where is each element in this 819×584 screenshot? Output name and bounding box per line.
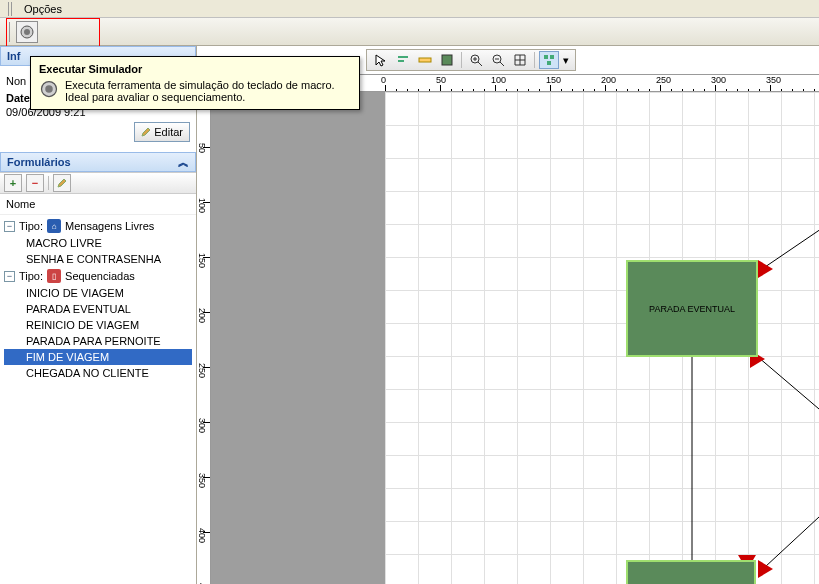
zoom-out-button[interactable] <box>488 51 508 69</box>
align-tool-button[interactable] <box>393 51 413 69</box>
tooltip-desc: Executa ferramenta de simulação do tecla… <box>65 79 351 103</box>
square-icon <box>440 53 454 67</box>
svg-rect-14 <box>550 55 554 59</box>
add-button[interactable]: + <box>4 174 22 192</box>
forms-panel-header[interactable]: Formulários ︽ <box>0 152 196 172</box>
type-icon: ⌂ <box>47 219 61 233</box>
grip-icon <box>8 2 14 16</box>
layout-button[interactable] <box>539 51 559 69</box>
forms-tree: − Tipo: ⌂ Mensagens Livres MACRO LIVRE S… <box>0 215 196 584</box>
svg-line-16 <box>765 212 819 267</box>
separator <box>534 52 535 68</box>
svg-rect-13 <box>544 55 548 59</box>
svg-line-7 <box>478 62 482 66</box>
zoom-in-icon <box>469 53 483 67</box>
svg-rect-15 <box>547 61 551 65</box>
pencil-icon <box>141 127 151 137</box>
simulator-icon <box>19 24 35 40</box>
svg-rect-3 <box>398 60 404 62</box>
menu-opcoes[interactable]: Opções <box>18 1 68 17</box>
tree-item[interactable]: CHEGADA NO CLIENTE <box>4 365 192 381</box>
forms-header-label: Formulários <box>7 156 71 168</box>
main-area: Inf ︽ Non Date de Criação 09/06/2009 9:2… <box>0 46 819 584</box>
canvas-area: ▾ 050100150200250300350400450500 5010015… <box>197 46 819 584</box>
svg-rect-2 <box>398 56 408 58</box>
fill-tool-button[interactable] <box>437 51 457 69</box>
collapse-box-icon[interactable]: − <box>4 271 15 282</box>
svg-marker-24 <box>758 560 773 578</box>
node-parada-eventual[interactable]: PARADA EVENTUAL <box>626 260 758 357</box>
svg-rect-5 <box>442 55 452 65</box>
svg-marker-17 <box>758 260 773 278</box>
ruler-tool-button[interactable] <box>415 51 435 69</box>
dropdown-button[interactable]: ▾ <box>561 51 571 69</box>
canvas-gray-pad <box>211 92 385 584</box>
grip-icon <box>6 22 12 42</box>
canvas[interactable]: ↖ INICIO DE VIAGEM PARADA EVENTUAL REINI… <box>211 92 819 584</box>
collapse-icon[interactable]: ︽ <box>178 155 189 170</box>
tree-item[interactable]: MACRO LIVRE <box>4 235 192 251</box>
svg-line-18 <box>758 357 819 432</box>
simulator-icon <box>39 79 59 99</box>
svg-point-28 <box>45 85 53 93</box>
grid-icon <box>513 53 527 67</box>
forms-toolbar: + − <box>0 172 196 194</box>
tree-item[interactable]: INICIO DE VIAGEM <box>4 285 192 301</box>
separator <box>461 52 462 68</box>
zoom-in-button[interactable] <box>466 51 486 69</box>
svg-rect-4 <box>419 58 431 62</box>
top-toolbar <box>0 18 819 46</box>
select-tool-button[interactable] <box>371 51 391 69</box>
info-header-label: Inf <box>7 50 20 62</box>
svg-line-11 <box>500 62 504 66</box>
edit-button[interactable]: Editar <box>134 122 190 142</box>
run-simulator-button[interactable] <box>16 21 38 43</box>
svg-point-1 <box>24 29 30 35</box>
edit-form-button[interactable] <box>53 174 71 192</box>
tree-item[interactable]: SENHA E CONTRASENHA <box>4 251 192 267</box>
canvas-grid[interactable]: ↖ INICIO DE VIAGEM PARADA EVENTUAL REINI… <box>385 92 819 584</box>
cursor-icon <box>374 53 388 67</box>
zoom-out-icon <box>491 53 505 67</box>
canvas-toolbar: ▾ <box>366 49 576 71</box>
tree-item[interactable]: REINICIO DE VIAGEM <box>4 317 192 333</box>
layout-icon <box>542 53 556 67</box>
tree-item[interactable]: PARADA EVENTUAL <box>4 301 192 317</box>
ruler-icon <box>418 53 432 67</box>
remove-button[interactable]: − <box>26 174 44 192</box>
tree-item[interactable]: FIM DE VIAGEM <box>4 349 192 365</box>
nome-column-header: Nome <box>0 194 196 215</box>
vertical-ruler: 50100150200250300350400450500 <box>197 74 211 584</box>
type-icon: ▯ <box>47 269 61 283</box>
tree-group[interactable]: − Tipo: ⌂ Mensagens Livres <box>4 217 192 235</box>
pencil-icon <box>57 178 67 188</box>
align-icon <box>396 53 410 67</box>
tooltip-title: Executar Simulador <box>39 63 351 75</box>
menubar: Opções <box>0 0 819 18</box>
tree-group[interactable]: − Tipo: ▯ Sequenciadas <box>4 267 192 285</box>
svg-line-23 <box>765 492 819 567</box>
tree-item[interactable]: PARADA PARA PERNOITE <box>4 333 192 349</box>
grid-button[interactable] <box>510 51 530 69</box>
tooltip: Executar Simulador Executa ferramenta de… <box>30 56 360 110</box>
collapse-box-icon[interactable]: − <box>4 221 15 232</box>
separator <box>48 176 49 190</box>
left-panel: Inf ︽ Non Date de Criação 09/06/2009 9:2… <box>0 46 197 584</box>
node-parada-para[interactable]: PARADA PARA <box>626 560 756 584</box>
